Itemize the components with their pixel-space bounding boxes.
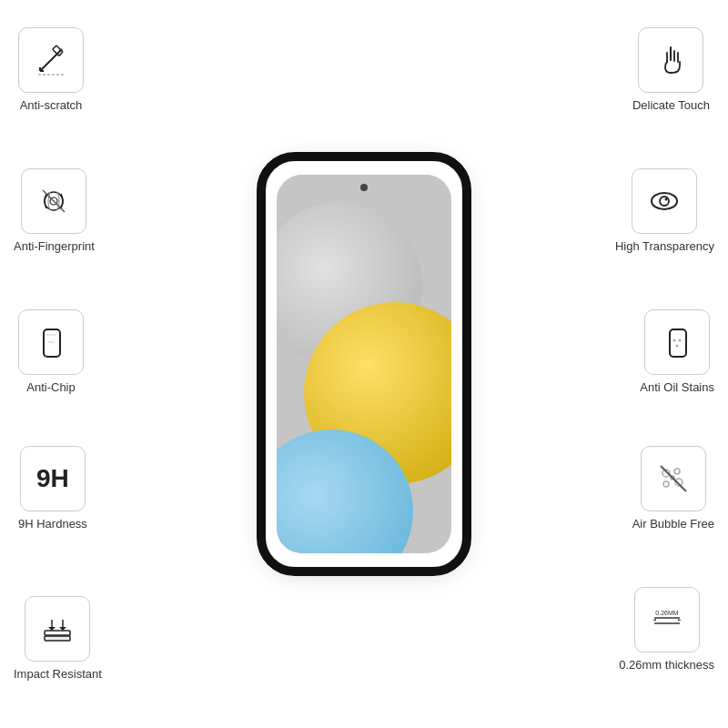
- svg-line-0: [40, 49, 62, 71]
- oil-label: Anti Oil Stains: [640, 380, 714, 396]
- anti-chip-label: Anti-Chip: [26, 380, 75, 396]
- svg-line-7: [43, 190, 65, 212]
- svg-rect-20: [670, 329, 686, 357]
- bubble-label: Air Bubble Free: [632, 517, 714, 532]
- anti-chip-icon-box: [18, 309, 84, 375]
- svg-point-26: [663, 481, 669, 487]
- svg-marker-33: [678, 619, 682, 621]
- anti-fingerprint-label: Anti-Fingerprint: [14, 239, 95, 255]
- screen-protector: [257, 152, 471, 576]
- svg-point-25: [674, 469, 680, 474]
- feature-air-bubble: Air Bubble Free: [632, 446, 714, 532]
- fingerprint-icon: [34, 181, 74, 221]
- ruler-icon: 0.26MM: [647, 600, 687, 640]
- svg-rect-12: [45, 636, 70, 641]
- feature-thickness: 0.26MM 0.26mm thickness: [619, 587, 714, 673]
- eye-icon: [644, 181, 684, 221]
- camera-dot: [360, 184, 368, 191]
- impact-icon-box: [25, 596, 90, 662]
- svg-text:0.26MM: 0.26MM: [655, 610, 678, 616]
- product-page: Anti-scratch Anti-Fingerprint A: [0, 0, 728, 728]
- feature-anti-chip: Anti-Chip: [18, 309, 84, 396]
- touch-icon-box: [638, 27, 703, 93]
- phone-display: [264, 159, 464, 569]
- pencil-icon: [31, 40, 71, 80]
- anti-scratch-label: Anti-scratch: [20, 98, 83, 114]
- svg-point-17: [652, 193, 677, 209]
- svg-point-22: [679, 339, 682, 342]
- impact-icon: [37, 609, 77, 649]
- anti-scratch-icon-box: [18, 27, 84, 93]
- feature-delicate-touch: Delicate Touch: [632, 27, 710, 114]
- air-bubble-icon: [653, 459, 693, 499]
- feature-anti-oil: Anti Oil Stains: [640, 309, 714, 396]
- phone-oil-icon: [657, 322, 697, 362]
- touch-label: Delicate Touch: [632, 98, 710, 114]
- transparency-label: High Transparency: [615, 239, 714, 255]
- bubble-icon-box: [641, 446, 706, 511]
- oil-icon-box: [644, 309, 710, 375]
- phone-corner-icon: [31, 322, 71, 362]
- impact-label: Impact Resistant: [14, 667, 102, 682]
- svg-point-21: [673, 339, 676, 342]
- thickness-label: 0.26mm thickness: [619, 658, 714, 673]
- 9h-icon-box: 9H: [20, 446, 86, 511]
- feature-anti-fingerprint: Anti-Fingerprint: [14, 168, 95, 255]
- svg-line-29: [661, 466, 686, 491]
- thickness-icon-box: 0.26MM: [634, 587, 700, 652]
- anti-fingerprint-icon-box: [21, 168, 86, 234]
- transparency-icon-box: [632, 168, 697, 234]
- svg-point-18: [660, 197, 669, 206]
- svg-marker-32: [652, 619, 656, 621]
- 9h-label: 9H Hardness: [18, 517, 87, 532]
- 9h-text: 9H: [36, 464, 69, 493]
- feature-impact: Impact Resistant: [14, 596, 102, 682]
- hand-touch-icon: [651, 40, 691, 80]
- svg-rect-3: [53, 46, 63, 56]
- svg-rect-11: [45, 631, 70, 635]
- svg-point-19: [665, 198, 668, 201]
- feature-9h: 9H 9H Hardness: [18, 446, 87, 532]
- feature-anti-scratch: Anti-scratch: [18, 27, 84, 114]
- svg-rect-8: [44, 329, 60, 357]
- feature-transparency: High Transparency: [615, 168, 714, 255]
- svg-point-23: [676, 345, 679, 348]
